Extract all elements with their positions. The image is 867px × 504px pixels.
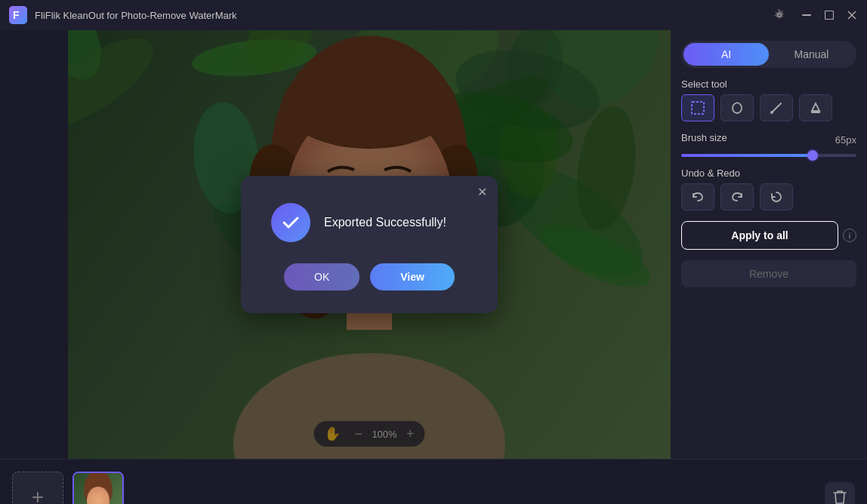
- select-tool-section: Select tool: [681, 78, 856, 121]
- svg-rect-2: [802, 14, 811, 16]
- dialog-close-button[interactable]: ✕: [477, 185, 487, 199]
- canvas-area: ✋ − 100% + ✕ Exported Successfully! OK: [68, 30, 671, 459]
- brush-size-value: 65px: [835, 134, 856, 146]
- dialog-content: Exported Successfully!: [271, 203, 467, 242]
- add-icon: +: [32, 485, 44, 505]
- left-sidebar: [0, 30, 68, 459]
- mode-toggle: AI Manual: [681, 41, 856, 68]
- svg-text:F: F: [13, 9, 20, 21]
- apply-all-row: Apply to all i: [681, 221, 856, 250]
- minimize-button[interactable]: [801, 9, 813, 21]
- brush-size-slider[interactable]: [681, 154, 856, 157]
- titlebar: F FliFlik KleanOut for Photo-Remove Wate…: [0, 0, 867, 30]
- remove-button[interactable]: Remove: [681, 260, 856, 287]
- svg-rect-3: [825, 11, 834, 20]
- view-button[interactable]: View: [370, 263, 455, 290]
- dialog-overlay: ✕ Exported Successfully! OK View: [68, 30, 671, 459]
- maximize-button[interactable]: [823, 9, 835, 21]
- ok-button[interactable]: OK: [284, 263, 359, 290]
- brush-tool-button[interactable]: [760, 94, 793, 121]
- success-dialog: ✕ Exported Successfully! OK View: [241, 176, 498, 313]
- redo-button[interactable]: [720, 183, 754, 211]
- svg-rect-6: [692, 102, 704, 114]
- svg-rect-8: [811, 111, 820, 113]
- stamp-tool-button[interactable]: [799, 94, 832, 121]
- brush-size-section: Brush size 65px: [681, 132, 856, 157]
- select-tool-label: Select tool: [681, 78, 856, 90]
- close-button[interactable]: [846, 9, 858, 21]
- undo-redo-buttons: [681, 183, 856, 211]
- dialog-buttons: OK View: [271, 263, 467, 290]
- reset-button[interactable]: [760, 183, 793, 211]
- manual-mode-button[interactable]: Manual: [769, 43, 854, 66]
- svg-point-7: [770, 111, 773, 114]
- undo-redo-label: Undo & Redo: [681, 167, 856, 179]
- lasso-select-button[interactable]: [720, 94, 754, 121]
- dialog-message: Exported Successfully!: [324, 216, 446, 229]
- undo-button[interactable]: [681, 183, 714, 211]
- window-controls: [773, 9, 858, 21]
- main-content: ✋ − 100% + ✕ Exported Successfully! OK: [0, 30, 867, 459]
- brush-track-fill: [681, 154, 813, 157]
- apply-to-all-button[interactable]: Apply to all: [681, 221, 838, 250]
- brush-size-header: Brush size 65px: [681, 132, 856, 148]
- delete-button[interactable]: [825, 482, 855, 505]
- photo-thumbnail[interactable]: [73, 472, 124, 505]
- ai-mode-button[interactable]: AI: [683, 43, 769, 66]
- right-panel: AI Manual Select tool: [671, 30, 867, 459]
- undo-redo-section: Undo & Redo: [681, 167, 856, 211]
- brush-size-label: Brush size: [681, 132, 727, 143]
- app-logo-icon: F: [9, 6, 27, 24]
- bottom-bar: +: [0, 459, 867, 504]
- rectangle-select-button[interactable]: [681, 94, 714, 121]
- app-title: FliFlik KleanOut for Photo-Remove WaterM…: [35, 10, 773, 21]
- tool-buttons: [681, 94, 856, 121]
- brush-thumb[interactable]: [807, 150, 818, 161]
- apply-all-info-icon[interactable]: i: [843, 229, 856, 242]
- photo-thumb-canvas: [74, 473, 122, 505]
- settings-button[interactable]: [773, 9, 785, 21]
- add-photo-button[interactable]: +: [12, 472, 63, 505]
- success-icon: [271, 203, 310, 242]
